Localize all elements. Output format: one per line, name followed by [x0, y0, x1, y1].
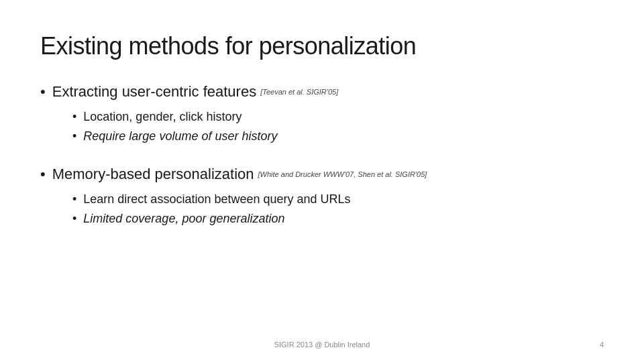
sub-bullet-text-1-1: Location, gender, click history	[83, 108, 241, 126]
sub-bullet-2-1: • Learn direct association between query…	[72, 190, 604, 208]
section-memory: • Memory-based personalization[White and…	[40, 164, 604, 228]
sub-bullet-dot-1-2: •	[72, 127, 76, 145]
slide-title: Existing methods for personalization	[40, 32, 604, 60]
page-number: 4	[600, 341, 604, 349]
sub-bullets-1: • Location, gender, click history • Requ…	[72, 108, 604, 145]
sub-bullet-text-1-2: Require large volume of user history	[83, 127, 277, 145]
sub-bullet-dot-2-1: •	[72, 190, 76, 208]
section2-main-text: Memory-based personalization	[52, 166, 254, 182]
main-bullet-1: • Extracting user-centric features[Teeva…	[40, 82, 604, 103]
sub-bullet-2-2: • Limited coverage, poor generalization	[72, 210, 604, 228]
sub-bullet-1-1: • Location, gender, click history	[72, 108, 604, 126]
section-extracting: • Extracting user-centric features[Teeva…	[40, 82, 604, 145]
main-bullet-2: • Memory-based personalization[White and…	[40, 164, 604, 185]
sub-bullet-1-2: • Require large volume of user history	[72, 127, 604, 145]
slide: Existing methods for personalization • E…	[0, 0, 644, 362]
sub-bullets-2: • Learn direct association between query…	[72, 190, 604, 228]
sub-bullet-dot-2-2: •	[72, 210, 76, 228]
sub-bullet-dot-1-1: •	[72, 108, 76, 126]
slide-footer: SIGIR 2013 @ Dublin Ireland	[0, 341, 644, 349]
section1-main-text: Extracting user-centric features	[52, 83, 256, 100]
bullet-dot-1: •	[40, 82, 46, 103]
content-area: • Extracting user-centric features[Teeva…	[40, 82, 604, 335]
section1-citation: [Teevan et al. SIGIR'05]	[260, 88, 338, 96]
sub-bullet-text-2-1: Learn direct association between query a…	[83, 190, 350, 208]
section2-citation: [White and Drucker WWW'07, Shen et al. S…	[258, 170, 427, 178]
sub-bullet-text-2-2: Limited coverage, poor generalization	[83, 210, 284, 228]
footer-text: SIGIR 2013 @ Dublin Ireland	[274, 341, 370, 349]
main-bullet-text-2: Memory-based personalization[White and D…	[52, 164, 427, 185]
main-bullet-text-1: Extracting user-centric features[Teevan …	[52, 82, 339, 103]
bullet-dot-2: •	[40, 164, 46, 185]
